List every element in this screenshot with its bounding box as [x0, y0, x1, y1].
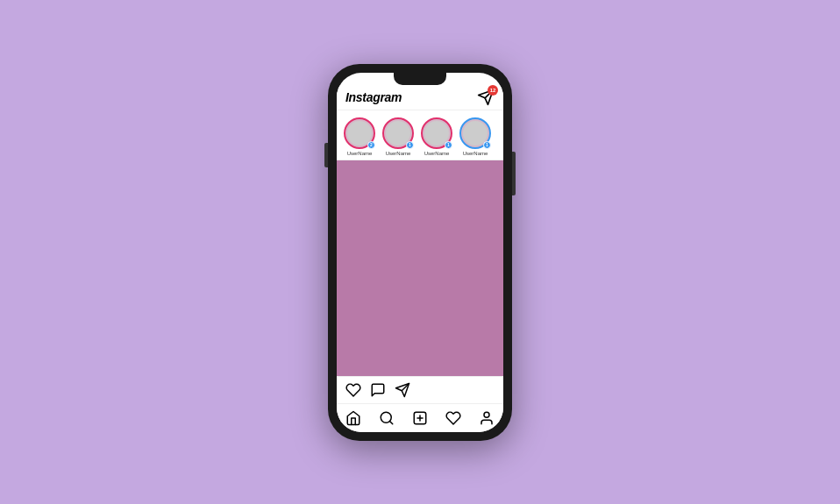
story-dot-4: 1 [483, 141, 491, 149]
story-item-4[interactable]: 1 UserName [459, 117, 491, 156]
app-title: Instagram [345, 90, 402, 104]
story-dot-3: 1 [445, 141, 452, 149]
search-nav-button[interactable] [378, 409, 395, 427]
story-dot-2: 1 [406, 141, 414, 149]
story-dot-1: 2 [367, 141, 375, 149]
story-avatar-wrap-2: 1 [382, 117, 414, 149]
post-image [337, 160, 503, 376]
story-avatar-wrap-4: 1 [459, 117, 491, 149]
like-button[interactable] [345, 382, 361, 398]
share-button[interactable] [395, 382, 410, 398]
story-username-1: UserName [347, 151, 373, 156]
story-username-2: UserName [386, 151, 411, 156]
story-avatar-wrap-3: 1 [421, 117, 452, 149]
phone: Instagram 12 [328, 64, 512, 441]
svg-point-9 [484, 412, 489, 417]
home-nav-button[interactable] [345, 409, 362, 427]
comment-button[interactable] [370, 382, 386, 398]
add-nav-button[interactable] [411, 409, 429, 427]
notification-badge: 12 [488, 85, 498, 96]
notch [394, 73, 446, 85]
story-item-2[interactable]: 1 UserName [382, 117, 414, 156]
story-item-3[interactable]: 1 UserName [421, 117, 452, 156]
heart-nav-button[interactable] [445, 409, 462, 427]
post-actions [337, 376, 503, 403]
scene: find someone's comments Instagram [328, 64, 512, 441]
story-avatar-wrap-1: 2 [344, 117, 375, 149]
profile-nav-button[interactable] [478, 409, 495, 427]
stories-row: 2 UserName 1 UserName [337, 110, 503, 160]
story-item-1[interactable]: 2 UserName [344, 117, 375, 156]
bottom-nav [337, 403, 503, 432]
phone-screen: Instagram 12 [337, 73, 503, 432]
ig-header: Instagram 12 [337, 85, 503, 110]
header-right: 12 [477, 89, 495, 106]
story-username-4: UserName [463, 151, 488, 156]
story-username-3: UserName [424, 151, 450, 156]
svg-line-5 [389, 421, 392, 423]
